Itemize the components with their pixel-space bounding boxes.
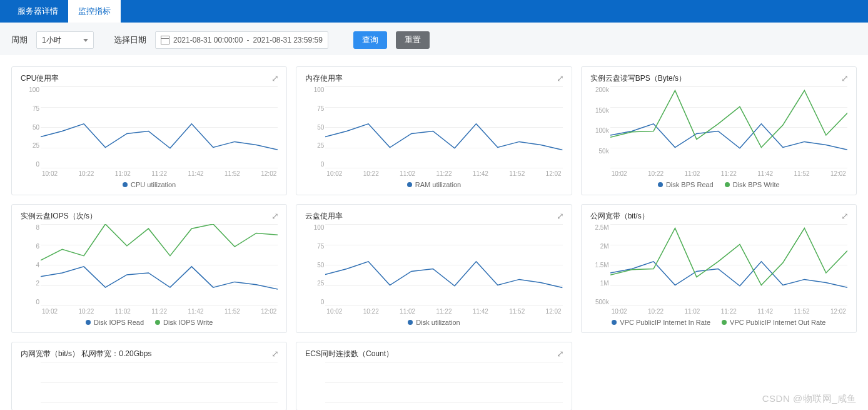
- legend-item: CPU utilization: [123, 181, 176, 188]
- chart-svg: [610, 224, 847, 305]
- chart-card: CPU使用率⤢100755025010:0210:2211:0211:2211:…: [11, 66, 287, 195]
- chevron-down-icon: [83, 39, 88, 42]
- x-axis-labels: 10:0210:2211:0211:2211:4211:5212:02: [325, 168, 562, 177]
- x-axis-labels: 10:0210:2211:0211:2211:4211:5212:02: [41, 168, 278, 177]
- chart-card: ECS同时连接数（Count）⤢20015010:0210:2211:0211:…: [296, 342, 572, 410]
- chart-legend: RAM utilization: [305, 181, 562, 188]
- chart-svg: [41, 224, 278, 305]
- toolbar: 周期 1小时 选择日期 2021-08-31 00:00:00 - 2021-0…: [0, 23, 868, 55]
- legend-item: Disk BPS Write: [725, 181, 780, 188]
- legend-item: RAM utilization: [407, 181, 461, 188]
- chart-title: 公网宽带（bit/s）: [590, 211, 847, 222]
- chart-title: CPU使用率: [21, 73, 278, 84]
- expand-icon[interactable]: ⤢: [557, 211, 564, 221]
- y-axis-labels: 1M: [21, 362, 39, 410]
- x-axis-labels: 10:0210:2211:0211:2211:4211:5212:02: [610, 305, 847, 315]
- chart-card: 实例云盘读写BPS（Byte/s）⤢200k150k100k50k10:0210…: [581, 66, 857, 195]
- query-button[interactable]: 查询: [353, 31, 387, 49]
- x-axis-labels: 10:0210:2211:0211:2211:4211:5212:02: [610, 168, 847, 177]
- legend-item: Disk BPS Read: [658, 181, 714, 188]
- y-axis-labels: 86420: [21, 224, 39, 305]
- date-start: 2021-08-31 00:00:00: [173, 36, 243, 44]
- chart-legend: CPU utilization: [21, 181, 278, 188]
- y-axis-labels: 200k150k100k50k: [590, 86, 609, 168]
- calendar-icon: [161, 36, 169, 44]
- chart-legend: Disk BPS ReadDisk BPS Write: [590, 181, 847, 188]
- tab-server-details[interactable]: 服务器详情: [8, 0, 68, 23]
- chart-plot-area: 200k150k100k50k: [610, 86, 847, 168]
- chart-legend: VPC PublicIP Internet In RateVPC PublicI…: [590, 319, 847, 326]
- chart-card: 云盘使用率⤢100755025010:0210:2211:0211:2211:4…: [296, 204, 572, 333]
- expand-icon[interactable]: ⤢: [557, 349, 564, 359]
- expand-icon[interactable]: ⤢: [557, 73, 564, 83]
- chart-legend: Disk IOPS ReadDisk IOPS Write: [21, 319, 278, 326]
- watermark: CSDN @物联网_咸鱼: [762, 393, 857, 405]
- chart-svg: [610, 86, 847, 168]
- chart-plot-area: 200150: [325, 362, 562, 410]
- date-end: 2021-08-31 23:59:59: [253, 36, 322, 44]
- tab-bar: 服务器详情 监控指标: [0, 0, 868, 23]
- chart-svg: [325, 224, 562, 305]
- chart-title: 内网宽带（bit/s） 私网带宽：0.20Gbps: [21, 349, 278, 359]
- chart-plot-area: 1007550250: [325, 224, 562, 305]
- legend-item: Disk IOPS Read: [86, 319, 144, 326]
- chart-title: 实例云盘读写BPS（Byte/s）: [590, 73, 847, 84]
- date-label: 选择日期: [114, 34, 146, 46]
- chart-svg: [41, 362, 278, 410]
- tab-monitor-metrics[interactable]: 监控指标: [68, 0, 121, 23]
- y-axis-labels: 200150: [305, 362, 324, 410]
- chart-svg: [325, 362, 562, 410]
- legend-item: VPC PublicIP Internet In Rate: [612, 319, 710, 326]
- chart-plot-area: 1M: [41, 362, 278, 410]
- period-label: 周期: [11, 34, 28, 46]
- expand-icon[interactable]: ⤢: [271, 349, 279, 359]
- reset-button[interactable]: 重置: [396, 31, 430, 49]
- expand-icon[interactable]: ⤢: [271, 211, 279, 221]
- legend-item: VPC PublicIP Internet Out Rate: [722, 319, 825, 326]
- chart-title: ECS同时连接数（Count）: [305, 349, 562, 359]
- chart-card: 内存使用率⤢100755025010:0210:2211:0211:2211:4…: [296, 66, 572, 195]
- period-value: 1小时: [42, 35, 61, 46]
- x-axis-labels: 10:0210:2211:0211:2211:4211:5212:02: [325, 305, 562, 315]
- date-range-picker[interactable]: 2021-08-31 00:00:00 - 2021-08-31 23:59:5…: [155, 31, 328, 49]
- chart-svg: [325, 86, 562, 168]
- legend-item: Disk IOPS Write: [155, 319, 213, 326]
- x-axis-labels: 10:0210:2211:0211:2211:4211:5212:02: [41, 305, 278, 315]
- chart-card: 内网宽带（bit/s） 私网带宽：0.20Gbps⤢1M10:0210:2211…: [11, 342, 287, 410]
- chart-plot-area: 86420: [41, 224, 278, 305]
- y-axis-labels: 1007550250: [305, 224, 324, 305]
- expand-icon[interactable]: ⤢: [841, 211, 849, 221]
- chart-card: 实例云盘IOPS（次/s）⤢8642010:0210:2211:0211:221…: [11, 204, 287, 333]
- y-axis-labels: 2.5M2M1.5M1M500k: [590, 224, 609, 305]
- chart-title: 云盘使用率: [305, 211, 562, 222]
- chart-title: 内存使用率: [305, 73, 562, 84]
- chart-grid: CPU使用率⤢100755025010:0210:2211:0211:2211:…: [0, 55, 868, 410]
- chart-legend: Disk utilization: [305, 319, 562, 326]
- y-axis-labels: 1007550250: [21, 86, 39, 168]
- chart-plot-area: 2.5M2M1.5M1M500k: [610, 224, 847, 305]
- chart-plot-area: 1007550250: [325, 86, 562, 168]
- chart-svg: [41, 86, 278, 168]
- chart-card: 公网宽带（bit/s）⤢2.5M2M1.5M1M500k10:0210:2211…: [581, 204, 857, 333]
- expand-icon[interactable]: ⤢: [841, 73, 849, 83]
- chart-plot-area: 1007550250: [41, 86, 278, 168]
- period-select[interactable]: 1小时: [36, 31, 94, 49]
- legend-item: Disk utilization: [408, 319, 460, 326]
- chart-title: 实例云盘IOPS（次/s）: [21, 211, 278, 222]
- date-sep: -: [246, 36, 249, 44]
- expand-icon[interactable]: ⤢: [271, 73, 279, 83]
- y-axis-labels: 1007550250: [305, 86, 324, 168]
